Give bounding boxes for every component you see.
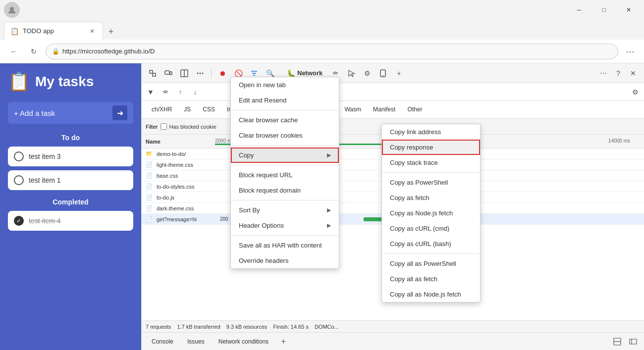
ctx-edit-resend[interactable]: Edit and Resend bbox=[231, 93, 339, 108]
network-filter-tab-other[interactable]: Other bbox=[401, 101, 428, 119]
copy-as-nodejs-fetch[interactable]: Copy as Node.js fetch bbox=[382, 205, 480, 221]
browser-menu-button[interactable]: ⋯ bbox=[622, 44, 638, 59]
network-tab-label[interactable]: Network bbox=[297, 69, 322, 77]
url-bar[interactable]: 🔒 https://microsoftedge.github.io/D bbox=[46, 44, 618, 59]
copy-as-powershell[interactable]: Copy as PowerShell bbox=[382, 175, 480, 190]
copy-as-curl-bash[interactable]: Copy as cURL (bash) bbox=[382, 236, 480, 251]
network-conditions-tab[interactable]: Network conditions bbox=[213, 334, 274, 350]
ctx-save-har[interactable]: Save all as HAR with content bbox=[231, 238, 339, 253]
network-filter-tab-wasm[interactable]: Wasm bbox=[338, 101, 367, 119]
ctx-label: Override headers bbox=[239, 257, 288, 264]
title-bar: ─ □ ✕ bbox=[0, 0, 644, 20]
network-download-btn[interactable]: ↓ bbox=[188, 85, 202, 99]
network-filter-tab-js[interactable]: JS bbox=[178, 101, 197, 119]
copy-link-address[interactable]: Copy link address bbox=[382, 124, 480, 140]
add-task-button[interactable]: + Add a task ➜ bbox=[8, 102, 133, 124]
ctx-clear-cookies[interactable]: Clear browser cookies bbox=[231, 128, 339, 143]
address-bar: ← ↻ 🔒 https://microsoftedge.github.io/D … bbox=[0, 40, 644, 63]
issues-tab[interactable]: Issues bbox=[181, 334, 211, 350]
ctx-override-headers[interactable]: Override headers bbox=[231, 253, 339, 268]
minimize-button[interactable]: ─ bbox=[568, 2, 590, 18]
network-filter-tab-css[interactable]: CSS bbox=[197, 101, 221, 119]
svg-point-15 bbox=[382, 75, 383, 76]
network-filter-dropdown[interactable]: ▼ bbox=[144, 85, 158, 99]
task-checkbox-4[interactable]: ✓ bbox=[14, 216, 24, 226]
ctx-sort-by[interactable]: Sort By ▶ bbox=[231, 202, 339, 218]
tab-bar: 📋 TODO app ✕ + bbox=[0, 20, 644, 40]
svg-point-9 bbox=[202, 72, 204, 74]
gear-icon-button[interactable]: ⚙ bbox=[360, 66, 374, 80]
ctx-block-domain[interactable]: Block request domain bbox=[231, 183, 339, 198]
svg-point-8 bbox=[200, 72, 201, 74]
copy-item-label: Copy all as fetch bbox=[390, 275, 437, 283]
console-tab[interactable]: Console bbox=[146, 334, 179, 350]
copy-separator-1 bbox=[382, 172, 480, 173]
copy-response[interactable]: Copy response bbox=[382, 140, 480, 155]
task-item-4[interactable]: ✓ test item 4 bbox=[8, 211, 133, 231]
add-tab-button[interactable]: + bbox=[276, 335, 290, 349]
has-blocked-cookies-checkbox[interactable]: Has blocked cookie bbox=[161, 123, 216, 130]
reload-button[interactable]: ↻ bbox=[26, 44, 42, 59]
ctx-copy[interactable]: Copy ▶ bbox=[231, 148, 339, 163]
ctx-clear-cache[interactable]: Clear browser cache bbox=[231, 112, 339, 128]
browser-tab[interactable]: 📋 TODO app ✕ bbox=[4, 22, 103, 40]
copy-separator-2 bbox=[382, 253, 480, 254]
ctx-header-options[interactable]: Header Options ▶ bbox=[231, 218, 339, 233]
network-wifi-btn[interactable] bbox=[159, 85, 172, 99]
devtools-device-button[interactable] bbox=[376, 66, 390, 80]
devtools-help-button[interactable]: ? bbox=[611, 66, 625, 80]
panel-layout-button[interactable] bbox=[177, 66, 191, 80]
copy-item-label: Copy all as PowerShell bbox=[390, 260, 456, 267]
task-checkbox-3[interactable] bbox=[14, 151, 24, 161]
ctx-label: Clear browser cache bbox=[239, 116, 298, 124]
ctx-block-url[interactable]: Block request URL bbox=[231, 167, 339, 183]
devtools-close-button[interactable]: ✕ bbox=[626, 66, 640, 80]
maximize-button[interactable]: □ bbox=[592, 2, 615, 18]
network-status-bar: 7 requests 1.7 kB transferred 9.3 kB res… bbox=[142, 320, 644, 332]
ctx-separator-5 bbox=[231, 235, 339, 236]
todo-header: 📋 My tasks bbox=[8, 71, 133, 92]
network-bug-icon: 🐛 bbox=[287, 69, 295, 77]
req-name: demo-to-do/ bbox=[157, 151, 216, 157]
copy-all-as-fetch[interactable]: Copy all as fetch bbox=[382, 271, 480, 287]
network-filter-tabs: ch/XHR JS CSS Img Media Font Doc WS Wasm… bbox=[142, 101, 644, 119]
new-tab-button[interactable]: + bbox=[103, 24, 119, 40]
network-settings-btn[interactable]: ⚙ bbox=[628, 85, 642, 99]
back-button[interactable]: ← bbox=[6, 44, 22, 59]
more-tools-button[interactable] bbox=[193, 66, 207, 80]
blocked-cookies-input[interactable] bbox=[161, 123, 167, 130]
copy-item-label: Copy as cURL (bash) bbox=[390, 240, 451, 248]
task-item-1[interactable]: test item 1 bbox=[8, 170, 133, 190]
device-toggle-button[interactable] bbox=[161, 66, 175, 80]
ctx-separator-4 bbox=[231, 200, 339, 200]
copy-as-curl-cmd[interactable]: Copy as cURL (cmd) bbox=[382, 221, 480, 236]
bottom-bar-split-button[interactable] bbox=[610, 335, 624, 349]
todo-title: My tasks bbox=[35, 74, 94, 90]
copy-as-fetch[interactable]: Copy as fetch bbox=[382, 190, 480, 205]
network-filter-tab-manifest[interactable]: Manifest bbox=[367, 101, 401, 119]
ctx-header-arrow-icon: ▶ bbox=[327, 222, 331, 229]
copy-all-as-powershell[interactable]: Copy all as PowerShell bbox=[382, 256, 480, 271]
task-item-3[interactable]: test item 3 bbox=[8, 147, 133, 166]
url-text: https://microsoftedge.github.io/D bbox=[62, 48, 155, 55]
record-button[interactable]: ⏺ bbox=[215, 66, 229, 80]
task-checkbox-1[interactable] bbox=[14, 175, 24, 185]
ctx-open-new-tab[interactable]: Open in new tab bbox=[231, 77, 339, 93]
copy-all-as-nodejs-fetch[interactable]: Copy all as Node.js fetch bbox=[382, 287, 480, 302]
profile-icon[interactable] bbox=[4, 2, 20, 18]
completed-section: Completed ✓ test item 4 bbox=[8, 198, 133, 231]
cursor-icon-button[interactable] bbox=[344, 66, 358, 80]
tab-close-button[interactable]: ✕ bbox=[88, 27, 97, 36]
close-button[interactable]: ✕ bbox=[617, 2, 640, 18]
bottom-tabs: Console Issues Network conditions + bbox=[142, 332, 644, 350]
network-upload-btn[interactable]: ↑ bbox=[173, 85, 187, 99]
copy-stack-trace[interactable]: Copy stack trace bbox=[382, 155, 480, 170]
ctx-label: Block request URL bbox=[239, 171, 292, 179]
bottom-bar-undock-button[interactable] bbox=[626, 335, 640, 349]
network-filter-tab-xhr[interactable]: ch/XHR bbox=[146, 101, 178, 119]
devtools-more-button[interactable]: ⋯ bbox=[596, 66, 610, 80]
inspect-element-button[interactable] bbox=[146, 66, 160, 80]
add-panel-button[interactable]: + bbox=[392, 66, 406, 80]
ctx-label: Edit and Resend bbox=[239, 97, 286, 104]
svg-rect-4 bbox=[170, 72, 172, 75]
